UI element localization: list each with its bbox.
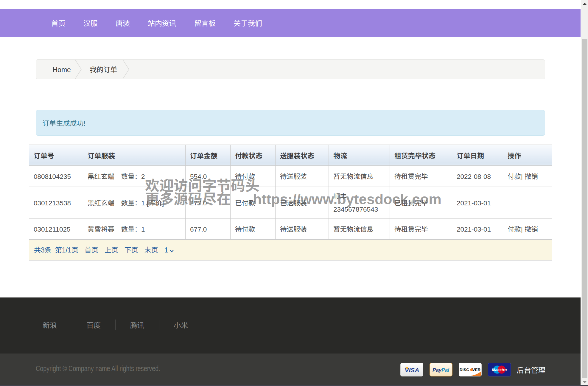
svg-text:Maestro: Maestro (492, 368, 507, 372)
svg-text:DISCOVER: DISCOVER (460, 368, 481, 372)
svg-text:PayPal: PayPal (433, 367, 449, 373)
svg-text:VISA: VISA (405, 367, 419, 373)
